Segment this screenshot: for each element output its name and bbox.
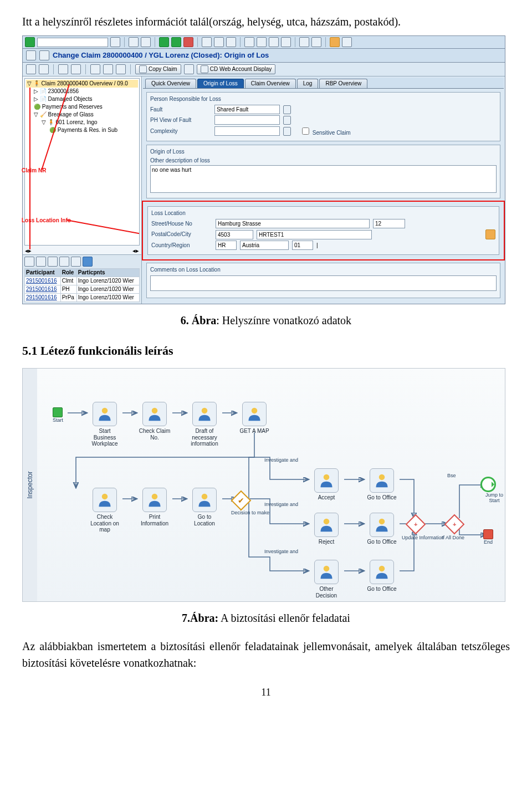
tab-quick-overview[interactable]: Quick Overview [145,79,196,88]
page-number: 11 [22,687,510,698]
t1-icon[interactable] [58,64,68,74]
table-row[interactable]: 2915001616ClmtIngo Lorenz/1020 Wier [25,277,140,285]
process-node: Accept [309,468,344,501]
plus-icon: + [406,514,426,535]
user-icon [192,488,217,512]
table-row[interactable]: 2915001616PHIngo Lorenz/1020 Wier [25,285,140,294]
annotation-loss-location-box: Loss Location Street/House No PostalCode… [142,201,505,260]
p3-icon[interactable] [48,257,58,267]
dropdown-icon[interactable] [283,105,291,114]
first-page-icon[interactable] [244,37,254,47]
t4-icon[interactable] [103,64,113,74]
last-page-icon[interactable] [281,37,291,47]
country-code-field[interactable] [216,241,237,250]
process-node: Go to Location [187,488,222,527]
t3-icon[interactable] [90,64,100,74]
scroll-left-icon[interactable]: ◂▸ [25,247,32,254]
svg-point-9 [324,474,330,481]
dropdown-icon[interactable] [283,116,291,125]
end-node: End [483,529,493,545]
user-icon [142,402,167,426]
complexity-field[interactable] [214,126,280,136]
svg-point-13 [379,519,385,525]
window-icon [26,50,36,60]
tree-item[interactable]: 🟢 Payments and Reserves [26,103,138,111]
new-session-icon[interactable] [299,37,309,47]
t6-icon[interactable] [184,64,194,74]
comments-textarea[interactable] [150,275,497,291]
dropdown-icon[interactable] [110,37,120,47]
search-help-icon[interactable] [485,229,495,239]
house-no-field[interactable] [373,219,405,228]
svg-point-4 [202,408,208,414]
tab-log[interactable]: Log [297,79,319,88]
table-row[interactable]: 2915001616PrPaIngo Lorenz/1020 Wier [25,294,140,302]
tree-item[interactable]: ▷ 📄 2300001856 [26,88,138,95]
command-field[interactable] [37,38,108,47]
user-icon [370,560,394,584]
annotation-claim-nr: Claim NR [22,167,46,174]
find-icon[interactable] [214,37,224,47]
if-all-done-label: If All Done [442,535,464,540]
dropdown-icon[interactable] [283,127,291,136]
process-diagram: Inspector [22,368,505,602]
city-field[interactable] [257,230,372,239]
start-node: Start [53,407,63,423]
p1-icon[interactable] [24,257,34,267]
sap-tree[interactable]: ▽ 🧍 Claim 2800000400 Overview / 09.0 ▷ 📄… [24,78,140,246]
region-field[interactable] [292,241,313,250]
p2-icon[interactable] [36,257,46,267]
process-node: Print Information [137,488,172,527]
copy-claim-button[interactable]: Copy Claim [135,64,181,74]
up-icon[interactable] [171,37,181,47]
cd-web-button[interactable]: CD Web Account Display [197,64,276,74]
svg-point-6 [102,494,108,500]
tree-item[interactable]: ▽ 🧹 Breakage of Glass [26,111,138,119]
p4-icon[interactable] [59,257,69,267]
forward-icon[interactable] [159,37,169,47]
tab-origin-of-loss[interactable]: Origin of Loss [197,79,244,88]
find-next-icon[interactable] [226,37,236,47]
help-icon[interactable] [330,37,340,47]
participants-table: ParticipantRoleParticpnts 2915001616Clmt… [24,268,140,302]
origin-desc-textarea[interactable]: no one was hurt [150,165,497,193]
print-icon[interactable] [202,37,212,47]
shortcut-icon[interactable] [311,37,321,47]
phview-field[interactable] [214,115,280,125]
tab-rbp-overview[interactable]: RBP Overview [319,79,367,88]
process-node: Go to Office [364,468,400,501]
scroll-right-icon[interactable]: ◂▸ [132,247,139,254]
body-paragraph: Az alábbiakban ismertetem a biztosítási … [22,638,510,671]
save-icon[interactable] [141,37,151,47]
tab-claim-overview[interactable]: Claim Overview [245,79,296,88]
arrow-left-icon[interactable] [26,64,36,74]
arrow-right-icon[interactable] [39,64,49,74]
cancel-icon[interactable] [183,37,193,47]
layout-icon[interactable] [342,37,352,47]
sap-screenshot: Change Claim 2800000400 / YGL Lorenz (Cl… [22,35,505,304]
country-field[interactable] [240,241,289,250]
check-icon[interactable] [25,37,35,47]
prev-page-icon[interactable] [257,37,267,47]
t2-icon[interactable] [71,64,81,74]
tree-root[interactable]: ▽ 🧍 Claim 2800000400 Overview / 09.0 [26,80,138,88]
p5-icon[interactable] [71,257,81,267]
tree-item[interactable]: 🟢 Payments & Res. in Sub [26,126,138,134]
back-icon[interactable] [129,37,139,47]
decision-label: Decision to make [231,510,269,515]
tree-item[interactable]: ▽ 🧍 001 Lorenz, Ingo [26,119,138,126]
sensitive-checkbox[interactable] [302,127,309,135]
fault-field[interactable] [214,105,280,114]
p6-icon[interactable] [83,257,93,267]
next-page-icon[interactable] [269,37,279,47]
postal-field[interactable] [216,230,253,239]
svg-point-7 [152,494,158,500]
if-all-done-node: + [447,517,462,532]
figure-6-caption: 6. Ábra: Helyszínre vonatkozó adatok [22,314,510,327]
svg-point-11 [324,566,330,572]
t5-icon[interactable] [116,64,126,74]
tree-item[interactable]: ▷ 📄 Damaged Objects [26,95,138,103]
sap-menubar [23,36,505,49]
street-field[interactable] [216,219,370,228]
tool-icon [39,50,49,60]
